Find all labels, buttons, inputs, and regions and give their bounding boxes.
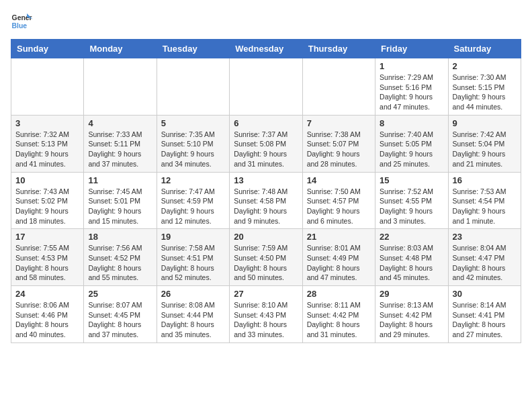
calendar-cell: 18Sunrise: 7:56 AM Sunset: 4:52 PM Dayli… [84, 229, 157, 286]
day-number: 20 [234, 232, 298, 242]
calendar-body: 1Sunrise: 7:29 AM Sunset: 5:16 PM Daylig… [11, 58, 521, 343]
day-number: 13 [234, 175, 298, 185]
day-info: Sunrise: 7:40 AM Sunset: 5:05 PM Dayligh… [380, 130, 443, 169]
day-number: 6 [234, 118, 298, 128]
day-info: Sunrise: 7:52 AM Sunset: 4:55 PM Dayligh… [380, 187, 443, 226]
day-info: Sunrise: 7:48 AM Sunset: 4:58 PM Dayligh… [234, 187, 298, 226]
calendar-cell: 23Sunrise: 8:04 AM Sunset: 4:47 PM Dayli… [448, 229, 521, 286]
calendar-cell: 15Sunrise: 7:52 AM Sunset: 4:55 PM Dayli… [375, 172, 448, 229]
calendar-cell [157, 58, 229, 116]
day-number: 3 [15, 118, 79, 128]
calendar-cell: 25Sunrise: 8:07 AM Sunset: 4:45 PM Dayli… [84, 286, 157, 343]
day-number: 10 [15, 175, 79, 185]
calendar-cell: 7Sunrise: 7:38 AM Sunset: 5:07 PM Daylig… [302, 115, 375, 172]
day-number: 7 [307, 118, 371, 128]
calendar-week-5: 24Sunrise: 8:06 AM Sunset: 4:46 PM Dayli… [11, 286, 521, 343]
calendar-cell: 22Sunrise: 8:03 AM Sunset: 4:48 PM Dayli… [375, 229, 448, 286]
calendar-cell [84, 58, 157, 116]
weekday-header-thursday: Thursday [302, 40, 375, 58]
day-info: Sunrise: 7:37 AM Sunset: 5:08 PM Dayligh… [234, 130, 298, 169]
day-info: Sunrise: 7:38 AM Sunset: 5:07 PM Dayligh… [307, 130, 371, 169]
day-number: 11 [88, 175, 152, 185]
day-number: 15 [380, 175, 443, 185]
day-number: 27 [234, 289, 298, 299]
calendar-cell: 26Sunrise: 8:08 AM Sunset: 4:44 PM Dayli… [157, 286, 229, 343]
calendar-header-row: SundayMondayTuesdayWednesdayThursdayFrid… [11, 40, 521, 58]
day-info: Sunrise: 7:43 AM Sunset: 5:02 PM Dayligh… [15, 187, 79, 226]
day-info: Sunrise: 8:11 AM Sunset: 4:42 PM Dayligh… [307, 300, 371, 340]
calendar-cell: 14Sunrise: 7:50 AM Sunset: 4:57 PM Dayli… [302, 172, 375, 229]
calendar-cell: 10Sunrise: 7:43 AM Sunset: 5:02 PM Dayli… [11, 172, 84, 229]
calendar-week-1: 1Sunrise: 7:29 AM Sunset: 5:16 PM Daylig… [11, 58, 521, 116]
day-number: 16 [453, 175, 517, 185]
calendar-cell: 29Sunrise: 8:13 AM Sunset: 4:42 PM Dayli… [375, 286, 448, 343]
day-info: Sunrise: 8:14 AM Sunset: 4:41 PM Dayligh… [453, 300, 517, 340]
calendar-cell: 28Sunrise: 8:11 AM Sunset: 4:42 PM Dayli… [302, 286, 375, 343]
day-info: Sunrise: 8:06 AM Sunset: 4:46 PM Dayligh… [15, 300, 79, 340]
day-info: Sunrise: 8:13 AM Sunset: 4:42 PM Dayligh… [380, 300, 443, 340]
calendar-week-3: 10Sunrise: 7:43 AM Sunset: 5:02 PM Dayli… [11, 172, 521, 229]
day-info: Sunrise: 8:04 AM Sunset: 4:47 PM Dayligh… [453, 243, 517, 283]
day-number: 17 [15, 232, 79, 242]
calendar-week-2: 3Sunrise: 7:32 AM Sunset: 5:13 PM Daylig… [11, 115, 521, 172]
day-info: Sunrise: 7:30 AM Sunset: 5:15 PM Dayligh… [453, 73, 517, 112]
calendar-cell: 30Sunrise: 8:14 AM Sunset: 4:41 PM Dayli… [448, 286, 521, 343]
weekday-header-monday: Monday [84, 40, 157, 58]
weekday-header-sunday: Sunday [11, 40, 84, 58]
day-info: Sunrise: 7:42 AM Sunset: 5:04 PM Dayligh… [453, 130, 517, 169]
calendar-cell: 21Sunrise: 8:01 AM Sunset: 4:49 PM Dayli… [302, 229, 375, 286]
calendar-cell: 27Sunrise: 8:10 AM Sunset: 4:43 PM Dayli… [230, 286, 302, 343]
calendar-cell: 20Sunrise: 7:59 AM Sunset: 4:50 PM Dayli… [230, 229, 302, 286]
day-number: 21 [307, 232, 371, 242]
calendar-cell: 6Sunrise: 7:37 AM Sunset: 5:08 PM Daylig… [230, 115, 302, 172]
weekday-header-wednesday: Wednesday [230, 40, 302, 58]
day-info: Sunrise: 7:45 AM Sunset: 5:01 PM Dayligh… [88, 187, 152, 226]
weekday-header-saturday: Saturday [448, 40, 521, 58]
calendar-week-4: 17Sunrise: 7:55 AM Sunset: 4:53 PM Dayli… [11, 229, 521, 286]
day-number: 14 [307, 175, 371, 185]
calendar-cell: 2Sunrise: 7:30 AM Sunset: 5:15 PM Daylig… [448, 58, 521, 116]
day-number: 30 [453, 289, 517, 299]
day-number: 24 [15, 289, 79, 299]
day-info: Sunrise: 7:35 AM Sunset: 5:10 PM Dayligh… [161, 130, 225, 169]
calendar-cell: 13Sunrise: 7:48 AM Sunset: 4:58 PM Dayli… [230, 172, 302, 229]
day-info: Sunrise: 7:33 AM Sunset: 5:11 PM Dayligh… [88, 130, 152, 169]
calendar-cell: 5Sunrise: 7:35 AM Sunset: 5:10 PM Daylig… [157, 115, 229, 172]
day-number: 28 [307, 289, 371, 299]
calendar-cell: 24Sunrise: 8:06 AM Sunset: 4:46 PM Dayli… [11, 286, 84, 343]
day-info: Sunrise: 7:59 AM Sunset: 4:50 PM Dayligh… [234, 243, 298, 283]
day-number: 9 [453, 118, 517, 128]
day-number: 23 [453, 232, 517, 242]
logo-icon: General Blue [11, 11, 32, 32]
day-number: 19 [161, 232, 225, 242]
day-info: Sunrise: 8:03 AM Sunset: 4:48 PM Dayligh… [380, 243, 443, 283]
day-info: Sunrise: 8:08 AM Sunset: 4:44 PM Dayligh… [161, 300, 225, 340]
day-info: Sunrise: 7:47 AM Sunset: 4:59 PM Dayligh… [161, 187, 225, 226]
calendar-table: SundayMondayTuesdayWednesdayThursdayFrid… [11, 39, 521, 343]
svg-text:Blue: Blue [12, 22, 28, 30]
day-info: Sunrise: 7:29 AM Sunset: 5:16 PM Dayligh… [380, 73, 443, 112]
day-number: 25 [88, 289, 152, 299]
day-info: Sunrise: 7:50 AM Sunset: 4:57 PM Dayligh… [307, 187, 371, 226]
day-info: Sunrise: 7:58 AM Sunset: 4:51 PM Dayligh… [161, 243, 225, 283]
calendar-cell: 8Sunrise: 7:40 AM Sunset: 5:05 PM Daylig… [375, 115, 448, 172]
calendar-cell: 9Sunrise: 7:42 AM Sunset: 5:04 PM Daylig… [448, 115, 521, 172]
day-number: 26 [161, 289, 225, 299]
day-info: Sunrise: 7:56 AM Sunset: 4:52 PM Dayligh… [88, 243, 152, 283]
day-number: 5 [161, 118, 225, 128]
calendar-cell [302, 58, 375, 116]
day-number: 1 [380, 61, 443, 71]
weekday-header-tuesday: Tuesday [157, 40, 229, 58]
day-number: 18 [88, 232, 152, 242]
logo: General Blue [11, 11, 35, 32]
header: General Blue [11, 11, 521, 32]
svg-text:General: General [12, 14, 32, 21]
calendar-cell: 19Sunrise: 7:58 AM Sunset: 4:51 PM Dayli… [157, 229, 229, 286]
calendar-cell: 11Sunrise: 7:45 AM Sunset: 5:01 PM Dayli… [84, 172, 157, 229]
day-number: 22 [380, 232, 443, 242]
calendar-cell: 17Sunrise: 7:55 AM Sunset: 4:53 PM Dayli… [11, 229, 84, 286]
calendar-cell: 12Sunrise: 7:47 AM Sunset: 4:59 PM Dayli… [157, 172, 229, 229]
calendar-cell: 3Sunrise: 7:32 AM Sunset: 5:13 PM Daylig… [11, 115, 84, 172]
day-number: 29 [380, 289, 443, 299]
calendar-cell: 1Sunrise: 7:29 AM Sunset: 5:16 PM Daylig… [375, 58, 448, 116]
